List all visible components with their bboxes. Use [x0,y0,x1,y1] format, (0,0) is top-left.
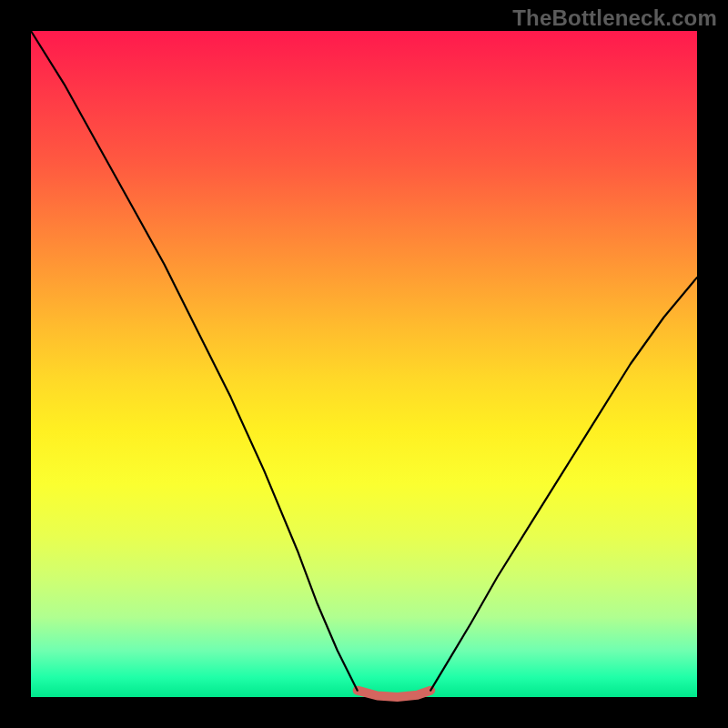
curve-layer [31,31,697,697]
valley-highlight-curve [358,691,431,697]
watermark-text: TheBottleneck.com [512,5,717,31]
chart-frame: TheBottleneck.com [0,0,728,728]
plot-area [31,31,697,697]
right-branch-curve [430,278,697,691]
left-branch-curve [31,31,358,691]
